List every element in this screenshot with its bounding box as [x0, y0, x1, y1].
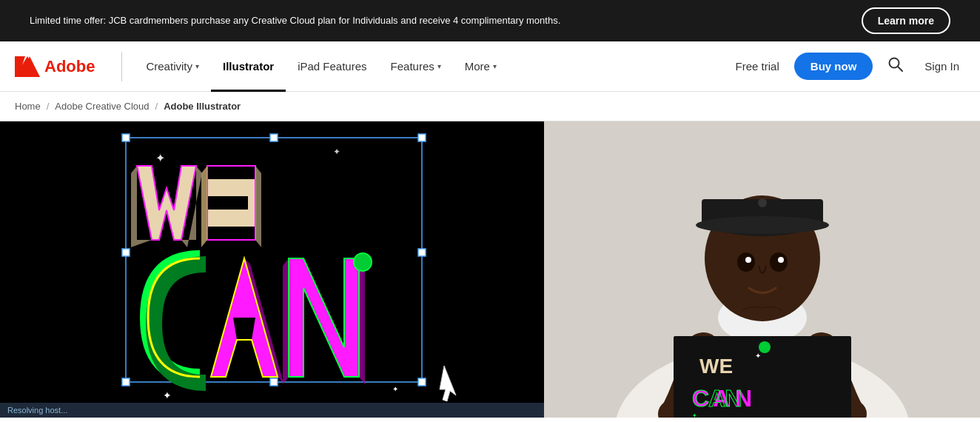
breadcrumb-separator: /	[47, 101, 50, 112]
breadcrumb-current: Adobe Illustrator	[164, 101, 241, 112]
hero-artwork-svg: ✦ ✦	[0, 121, 544, 418]
status-bar: Resolving host...	[0, 403, 544, 418]
top-banner: Limited time offer: JCB cardmembers purc…	[0, 0, 980, 41]
chevron-down-icon: ▾	[437, 62, 441, 70]
svg-point-48	[770, 252, 788, 272]
svg-marker-32	[283, 258, 289, 384]
nav-item-more[interactable]: More ▾	[453, 41, 509, 92]
navbar: Adobe Creativity ▾ Illustrator iPad Feat…	[0, 41, 980, 92]
svg-rect-8	[418, 134, 426, 141]
svg-rect-12	[270, 378, 278, 386]
svg-point-49	[745, 257, 751, 263]
svg-rect-11	[122, 378, 130, 386]
nav-actions: Free trial Buy now Sign In	[730, 50, 965, 82]
svg-point-46	[758, 198, 767, 207]
chevron-down-icon: ▾	[493, 62, 497, 70]
breadcrumb: Home / Adobe Creative Cloud / Adobe Illu…	[0, 92, 980, 121]
learn-more-button[interactable]: Learn more	[862, 7, 950, 34]
svg-point-61	[759, 341, 771, 353]
hero-section: ✦ ✦	[0, 121, 980, 418]
svg-text:✦: ✦	[692, 412, 697, 418]
adobe-logo-svg	[15, 56, 40, 77]
adobe-logo[interactable]: Adobe	[15, 56, 95, 77]
svg-line-3	[898, 67, 902, 71]
svg-rect-9	[122, 249, 130, 256]
nav-item-features[interactable]: Features ▾	[379, 41, 453, 92]
svg-text:✦: ✦	[333, 147, 340, 157]
svg-rect-19	[207, 166, 255, 179]
buy-now-button[interactable]: Buy now	[794, 53, 873, 80]
svg-rect-21	[207, 227, 255, 240]
svg-text:WE: WE	[699, 355, 733, 378]
svg-text:✦: ✦	[163, 389, 172, 401]
svg-rect-10	[418, 249, 426, 256]
banner-text: Limited time offer: JCB cardmembers purc…	[30, 13, 560, 28]
chevron-down-icon: ▾	[195, 62, 199, 70]
svg-marker-23	[201, 166, 207, 247]
hero-person-svg: WE C A N CAN ✦ ✦	[544, 121, 980, 418]
svg-rect-20	[207, 196, 248, 210]
hero-left-panel: ✦ ✦	[0, 121, 544, 418]
nav-item-creativity[interactable]: Creativity ▾	[134, 41, 211, 92]
sign-in-button[interactable]: Sign In	[919, 60, 965, 73]
svg-point-35	[354, 253, 372, 271]
svg-point-47	[737, 252, 755, 272]
svg-rect-13	[418, 378, 426, 386]
search-icon	[887, 56, 904, 73]
breadcrumb-home[interactable]: Home	[15, 101, 41, 112]
nav-item-illustrator[interactable]: Illustrator	[211, 41, 286, 92]
svg-point-45	[696, 216, 829, 234]
svg-text:✦: ✦	[155, 152, 165, 164]
svg-rect-6	[122, 134, 130, 141]
svg-text:CAN: CAN	[692, 385, 741, 412]
nav-divider	[121, 52, 122, 81]
breadcrumb-separator-2: /	[155, 101, 158, 112]
adobe-wordmark: Adobe	[44, 57, 95, 76]
free-trial-button[interactable]: Free trial	[730, 60, 785, 73]
breadcrumb-parent[interactable]: Adobe Creative Cloud	[55, 101, 149, 112]
svg-text:✦: ✦	[392, 385, 398, 393]
svg-marker-28	[233, 318, 255, 340]
svg-text:✦: ✦	[755, 352, 761, 360]
svg-marker-24	[255, 166, 261, 247]
status-text: Resolving host...	[7, 406, 67, 415]
svg-marker-33	[359, 258, 365, 384]
search-button[interactable]	[882, 50, 910, 82]
svg-point-50	[778, 257, 784, 263]
hero-right-panel: WE C A N CAN ✦ ✦	[544, 121, 980, 418]
svg-rect-7	[270, 134, 278, 141]
nav-item-ipad-features[interactable]: iPad Features	[286, 41, 378, 92]
nav-links: Creativity ▾ Illustrator iPad Features F…	[134, 41, 729, 92]
